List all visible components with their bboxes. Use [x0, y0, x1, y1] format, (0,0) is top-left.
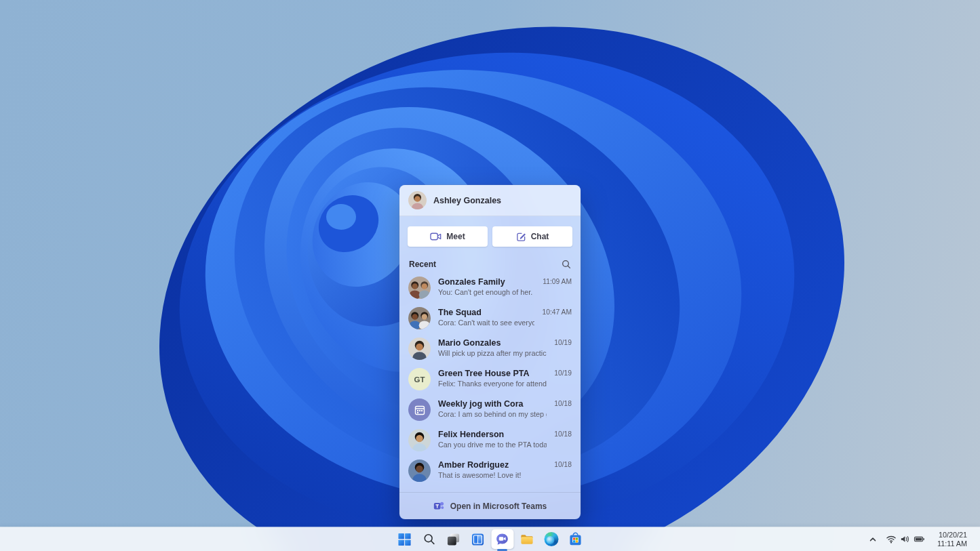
conversation-avatar: GT [408, 368, 431, 390]
task-view-icon [447, 533, 460, 546]
conversation-preview: That is awesome! Love it! [438, 470, 547, 480]
conversation-name: Weekly jog with Cora [438, 399, 547, 409]
hidden-icons-button[interactable] [865, 529, 881, 549]
conversation-avatar [408, 429, 431, 451]
microsoft-store-button[interactable] [564, 529, 587, 549]
conversation-timestamp: 10/19 [554, 368, 572, 379]
conversation-row[interactable]: GT Green Tree House PTA Felix: Thanks ev… [399, 364, 581, 394]
chat-button-label: Chat [531, 232, 549, 241]
conversation-text: Amber Rodriguez That is awesome! Love it… [438, 460, 547, 480]
conversation-text: Green Tree House PTA Felix: Thanks every… [438, 368, 547, 388]
conversation-text: The Squad Cora: Can't wait to see everyo… [438, 307, 534, 327]
conversation-avatar [408, 277, 431, 299]
edge-icon [544, 532, 558, 546]
taskbar-center-icons [393, 527, 587, 551]
file-explorer-icon [520, 532, 534, 546]
meet-button[interactable]: Meet [408, 226, 488, 247]
file-explorer-button[interactable] [515, 529, 538, 549]
conversation-name: Mario Gonzales [438, 338, 547, 348]
conversation-name: Green Tree House PTA [438, 368, 547, 379]
conversation-preview: Cora: I am so behind on my step goals. [438, 409, 547, 419]
battery-icon [914, 534, 925, 544]
search-taskbar-button[interactable] [418, 529, 440, 549]
search-button[interactable] [562, 260, 571, 269]
recent-header: Recent [399, 255, 581, 272]
conversation-preview: Felix: Thanks everyone for attending tod… [438, 379, 547, 388]
recent-label: Recent [409, 260, 436, 269]
conversation-text: Gonzales Family You: Can't get enough of… [438, 277, 535, 297]
conversation-preview: Cora: Can't wait to see everyone! [438, 318, 534, 327]
conversation-timestamp: 10:47 AM [542, 307, 572, 318]
edge-browser-button[interactable] [540, 529, 562, 549]
network-volume-battery-button[interactable] [882, 529, 928, 549]
conversation-row[interactable]: Gonzales Family You: Can't get enough of… [399, 272, 581, 303]
open-in-teams-label: Open in Microsoft Teams [450, 502, 547, 511]
conversation-timestamp: 10/18 [554, 460, 572, 470]
clock: 10/20/21 11:11 AM [933, 531, 971, 548]
conversation-name: Amber Rodriguez [438, 460, 547, 470]
widgets-button[interactable] [467, 529, 489, 549]
conversation-timestamp: 11:09 AM [543, 277, 572, 287]
conversation-timestamp: 10/18 [554, 399, 572, 409]
chat-button[interactable]: Chat [492, 226, 572, 247]
conversation-avatar [408, 460, 431, 482]
conversation-text: Weekly jog with Cora Cora: I am so behin… [438, 399, 547, 419]
conversation-avatar [408, 338, 431, 360]
conversation-row[interactable]: Felix Henderson Can you drive me to the … [399, 425, 581, 455]
teams-chat-icon [495, 532, 510, 547]
flyout-header: Ashley Gonzales [399, 185, 581, 216]
video-camera-icon [430, 232, 442, 241]
widgets-icon [471, 533, 485, 546]
conversation-preview: You: Can't get enough of her. [438, 287, 535, 297]
tray-time: 11:11 AM [937, 539, 967, 548]
flyout-actions: Meet Chat [399, 216, 581, 255]
volume-icon [900, 534, 910, 544]
search-icon [423, 533, 435, 546]
taskbar: 10/20/21 11:11 AM [0, 527, 980, 551]
teams-chat-button[interactable] [491, 529, 513, 549]
microsoft-store-icon [569, 532, 583, 546]
conversation-name: The Squad [438, 307, 534, 318]
conversation-preview: Can you drive me to the PTA today? [438, 440, 547, 449]
conversation-timestamp: 10/18 [554, 429, 572, 440]
conversation-row[interactable]: Weekly jog with Cora Cora: I am so behin… [399, 394, 581, 425]
conversation-row[interactable]: The Squad Cora: Can't wait to see everyo… [399, 303, 581, 333]
compose-icon [516, 232, 526, 242]
open-in-teams-button[interactable]: Open in Microsoft Teams [399, 492, 581, 519]
conversation-name: Felix Henderson [438, 429, 547, 440]
windows-start-icon [398, 533, 412, 546]
meet-button-label: Meet [446, 232, 465, 241]
conversation-name: Gonzales Family [438, 277, 535, 287]
chevron-up-icon [868, 535, 878, 544]
tray-date: 10/20/21 [937, 531, 967, 539]
task-view-button[interactable] [442, 529, 465, 549]
wifi-icon [886, 534, 897, 544]
conversation-row[interactable]: Amber Rodriguez That is awesome! Love it… [399, 455, 581, 486]
conversation-row[interactable]: Mario Gonzales Will pick up pizza after … [399, 333, 581, 364]
system-tray: 10/20/21 11:11 AM [865, 527, 975, 551]
teams-logo-icon [433, 500, 445, 512]
conversation-timestamp: 10/19 [554, 338, 572, 348]
start-button[interactable] [393, 529, 416, 549]
conversation-list: Gonzales Family You: Can't get enough of… [399, 272, 581, 486]
teams-chat-flyout: Ashley Gonzales Meet Chat Recent [399, 185, 581, 519]
conversation-preview: Will pick up pizza after my practice. [438, 348, 547, 358]
conversation-text: Felix Henderson Can you drive me to the … [438, 429, 547, 449]
user-avatar [408, 191, 427, 209]
conversation-text: Mario Gonzales Will pick up pizza after … [438, 338, 547, 358]
search-icon [562, 260, 571, 269]
conversation-avatar [408, 399, 431, 421]
user-name: Ashley Gonzales [433, 196, 501, 205]
conversation-avatar [408, 307, 431, 329]
clock-button[interactable]: 10/20/21 11:11 AM [930, 529, 975, 549]
